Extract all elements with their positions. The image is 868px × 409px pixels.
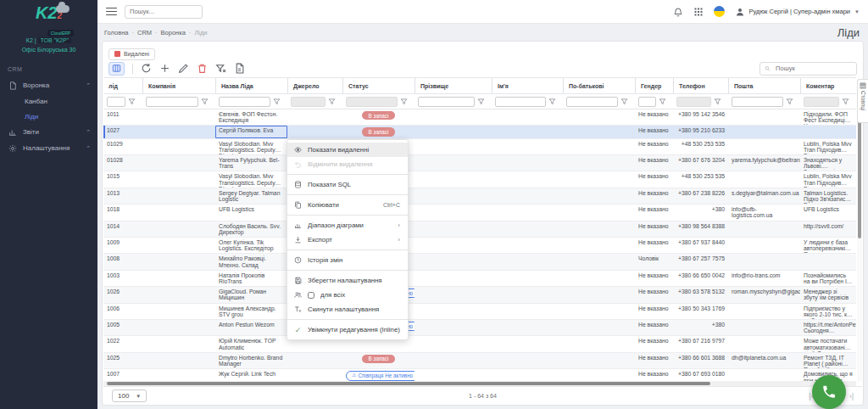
column-header-gender[interactable]: Гендер (635, 78, 673, 93)
menu-item[interactable]: Діапазон діаграми› (287, 218, 408, 233)
cell-last_name (415, 139, 492, 154)
user-menu[interactable]: Рудюк Сергій | Супер-адмін хмари ▼ (735, 7, 860, 17)
menu-item[interactable]: Показати SQL (287, 177, 408, 192)
column-header-source[interactable]: Джерело (287, 78, 342, 93)
table-row[interactable]: 1009Олег Кулінка. Tik Logistics. Експеді… (103, 238, 856, 254)
language-flag-icon[interactable] (714, 6, 725, 17)
cell-gender: Не вказано (635, 126, 673, 137)
table-row[interactable]: 1013Sergey Degtyar. Talman LogisticНе вк… (103, 188, 856, 204)
filter-funnel-icon[interactable] (201, 98, 209, 105)
add-icon[interactable] (159, 63, 170, 74)
filter-funnel-icon[interactable] (400, 98, 408, 105)
column-header-email[interactable]: Пошта (728, 78, 800, 93)
filter-funnel-icon[interactable] (548, 98, 556, 105)
table-row[interactable]: 1027Сергій Поляков. EvaВ запасіНе вказан… (103, 126, 856, 138)
menu-item[interactable]: Історія змін (287, 253, 408, 267)
menu-item[interactable]: Експорт› (287, 233, 408, 247)
column-header-last_name[interactable]: Прізвище (415, 78, 492, 93)
menu-item[interactable]: Зберегти налаштування (287, 273, 408, 288)
for-all-checkbox[interactable] (308, 292, 314, 299)
table-row[interactable]: 1022Юрій Клименюк. TOP AutomaticНе вказа… (103, 336, 856, 352)
filter-funnel-icon[interactable] (328, 98, 336, 105)
sidebar-item-kanban[interactable]: Канбан (0, 93, 97, 109)
cell-middle_name (563, 188, 635, 204)
sidebar-item-reports[interactable]: Звіти ⌃ (0, 124, 97, 140)
refresh-icon[interactable] (141, 63, 152, 74)
grid-search-input[interactable] (774, 64, 852, 73)
menu-item[interactable]: Показати видаленні (287, 143, 408, 157)
menu-item[interactable]: для всіх (287, 288, 408, 302)
cell-email (728, 221, 800, 237)
table-row[interactable]: 01028Yarema Fylypchuk. Bel-TransНе вказа… (103, 155, 856, 171)
menu-toggle-icon[interactable] (106, 5, 117, 17)
column-header-name[interactable]: Назва Ліда (215, 78, 287, 93)
table-row[interactable]: 1018UFB LogisticsНе вказано+380info@ufb-… (103, 204, 856, 221)
cell-id: 1014 (103, 221, 142, 237)
filter-input-company[interactable] (146, 97, 198, 107)
filter-input-email[interactable] (732, 97, 783, 107)
vertical-scrollbar[interactable] (857, 109, 862, 381)
edit-icon[interactable] (178, 63, 189, 74)
deleted-filter-chip[interactable]: Видалені (108, 48, 155, 60)
global-search-input[interactable] (125, 5, 203, 19)
table-row[interactable]: 1015Vasyl Slobodian. Mvv Translogistics.… (103, 171, 856, 188)
filter-funnel-icon[interactable] (273, 98, 281, 105)
table-row[interactable]: 1011Євгенів. ФОП Фестон. ЕкспедиціяВ зап… (103, 109, 856, 126)
filter-input-gender[interactable] (638, 97, 656, 107)
table-row[interactable]: 1003Наталія Прокопів RioTransНе вказано+… (103, 271, 856, 287)
cell-first_name (492, 221, 563, 237)
table-row[interactable]: 1007Жук Сергій. Link Tech⚠Співпраця Не а… (103, 369, 856, 381)
vertical-scrollbar-thumb[interactable] (858, 111, 861, 238)
filter-funnel-icon[interactable] (477, 98, 485, 105)
filter-input-id[interactable] (107, 97, 125, 107)
breadcrumb-item[interactable]: Воронка (155, 29, 186, 36)
table-row[interactable]: 1005Anton Pestun Wezom⚠Співпраця Не акти… (103, 320, 856, 336)
sidebar-item-settings[interactable]: Налаштування ⌃ (0, 140, 97, 156)
filter-input-name[interactable] (219, 97, 270, 107)
last-page-icon[interactable]: ›| (849, 392, 854, 401)
filter-input-last_name[interactable] (418, 97, 475, 107)
columns-view-button[interactable] (108, 62, 125, 76)
menu-item[interactable]: ✓Увімкнути редагування (Inline) (287, 322, 408, 337)
delete-icon[interactable] (197, 63, 208, 74)
filter-funnel-icon[interactable] (842, 98, 849, 105)
filter-funnel-icon[interactable] (659, 98, 666, 105)
breadcrumb-item[interactable]: CRM (132, 29, 153, 36)
sidebar-item-leads[interactable]: Ліди (0, 109, 97, 124)
filter-input-first_name[interactable] (495, 97, 546, 107)
filter-funnel-icon[interactable] (128, 98, 136, 105)
table-row[interactable]: 01029Vasyl Slobodian. Mvv Translogistics… (103, 139, 856, 155)
column-header-status[interactable]: Статус (342, 78, 415, 93)
menu-item[interactable]: КопіюватиCtrl+C (287, 198, 408, 212)
warning-icon: ⚠ (352, 373, 356, 378)
cell-id: 1015 (103, 171, 142, 187)
page-size-select[interactable]: 100 ▼ (112, 389, 147, 402)
column-header-comment[interactable]: Коментар (800, 78, 856, 93)
column-header-middle_name[interactable]: По-батькові (563, 78, 635, 93)
column-header-first_name[interactable]: Ім'я (492, 78, 563, 93)
column-header-phone[interactable]: Телефон (673, 78, 728, 93)
filter-funnel-icon[interactable] (714, 98, 721, 105)
table-row[interactable]: 1006Мишинев Александр. STV grouНе вказан… (103, 304, 856, 320)
menu-item[interactable]: Скинути налаштування (287, 302, 408, 317)
cell-gender: Не вказано (635, 171, 673, 187)
filter-clear-icon[interactable] (215, 63, 226, 74)
apps-grid-icon[interactable] (693, 7, 704, 17)
sidebar-item-funnel[interactable]: Воронка ⌃ (0, 77, 97, 93)
bell-icon[interactable] (673, 7, 683, 17)
table-row[interactable]: 1008Михайло Раковці. Мтехно. СкладЧолові… (103, 254, 856, 270)
breadcrumb-item[interactable]: Головна (104, 29, 129, 36)
table-row[interactable]: 1014Слободян Василь. Svv. ДиректорНе вка… (103, 221, 856, 238)
column-header-id[interactable]: лід (103, 78, 142, 93)
cell-name: Сергій Поляков. Eva (215, 126, 287, 137)
export-file-icon[interactable] (234, 63, 245, 74)
filter-funnel-icon[interactable] (620, 98, 628, 105)
call-fab-button[interactable] (812, 375, 846, 409)
column-header-company[interactable]: Компанія (142, 78, 215, 93)
filter-input-middle_name[interactable] (566, 97, 618, 107)
table-row[interactable]: 1026GigaCloud. Роман Мицишин⚠Співпраця Н… (103, 287, 856, 303)
columns-panel-tab[interactable]: Стовпці (857, 79, 868, 123)
table-row[interactable]: 1025Dmytro Horbenko. Brand ManagerВ запа… (103, 353, 856, 369)
filter-funnel-icon[interactable] (786, 98, 793, 105)
horizontal-scrollbar-thumb[interactable] (107, 382, 710, 385)
